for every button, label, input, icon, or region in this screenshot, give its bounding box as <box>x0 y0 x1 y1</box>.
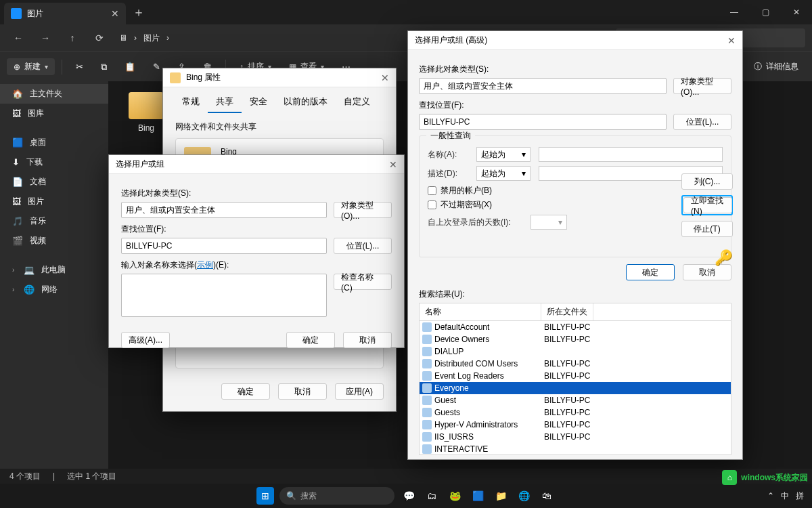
cancel-button[interactable]: 取消 <box>278 383 327 400</box>
col-name[interactable]: 名称 <box>420 303 541 320</box>
paste-button[interactable]: 📋 <box>118 59 142 75</box>
result-row[interactable]: DIALUP <box>420 345 731 358</box>
refresh-button[interactable]: ⟳ <box>88 28 111 48</box>
sidebar-item-thispc[interactable]: ›💻 此电脑 <box>0 260 108 280</box>
sidebar-item-network[interactable]: ›🌐 网络 <box>0 280 108 299</box>
folder-label: Bing <box>138 123 154 133</box>
minimize-button[interactable]: — <box>719 0 750 24</box>
details-button[interactable]: ⓘ 详细信息 <box>747 58 805 75</box>
results-header[interactable]: 名称 所在文件夹 <box>419 303 731 321</box>
name-label: 输入对象名称来选择(示例)(E): <box>121 259 392 271</box>
sidebar-item-desktop[interactable]: 🟦 桌面 <box>0 133 108 152</box>
desc-match-combo[interactable]: 起始为▾ <box>476 166 531 181</box>
close-icon[interactable]: ✕ <box>727 35 736 46</box>
close-icon[interactable]: ✕ <box>389 159 397 170</box>
task-icon[interactable]: 💬 <box>400 487 418 505</box>
object-type-button[interactable]: 对象类型(O)... <box>673 78 731 94</box>
ok-button[interactable]: 确定 <box>221 383 270 400</box>
result-row[interactable]: GuestsBILLYFU-PC <box>420 406 731 419</box>
location-button[interactable]: 位置(L)... <box>334 238 392 254</box>
breadcrumb-item[interactable]: 图片 <box>143 33 160 44</box>
back-button[interactable]: ← <box>7 28 30 48</box>
cut-button[interactable]: ✂ <box>69 59 90 75</box>
results-list[interactable]: DefaultAccountBILLYFU-PCDevice OwnersBIL… <box>419 321 731 455</box>
results-label: 搜索结果(U): <box>419 289 731 300</box>
dialog-titlebar[interactable]: Bing 属性 ✕ <box>163 68 396 87</box>
task-icon[interactable]: 🟦 <box>469 487 487 505</box>
task-icon[interactable]: 🐸 <box>446 487 464 505</box>
window-tab[interactable]: 图片 ✕ <box>4 3 126 24</box>
taskbar-search[interactable]: 🔍 搜索 <box>279 487 394 505</box>
days-combo: ▾ <box>531 215 567 230</box>
sidebar-item-downloads[interactable]: ⬇ 下载 <box>0 152 108 172</box>
close-tab-icon[interactable]: ✕ <box>111 8 119 19</box>
tab-general[interactable]: 常规 <box>174 91 208 113</box>
dialog-titlebar[interactable]: 选择用户或组 (高级) ✕ <box>408 31 742 50</box>
section-heading: 网络文件和文件夹共享 <box>175 121 384 133</box>
name-match-combo[interactable]: 起始为▾ <box>476 147 531 162</box>
object-type-button[interactable]: 对象类型(O)... <box>334 202 392 218</box>
result-row[interactable]: DefaultAccountBILLYFU-PC <box>420 321 731 333</box>
location-input[interactable] <box>419 114 667 130</box>
breadcrumb[interactable]: 🖥 › 图片 › <box>119 33 169 44</box>
explorer-task-icon[interactable]: 📁 <box>492 487 510 505</box>
result-row[interactable]: GuestBILLYFU-PC <box>420 394 731 406</box>
name-label: 名称(A): <box>428 149 468 161</box>
dialog-titlebar[interactable]: 选择用户或组 ✕ <box>109 155 404 174</box>
object-name-input[interactable] <box>121 274 327 317</box>
tab-sharing[interactable]: 共享 <box>208 91 242 113</box>
chevron-up-icon[interactable]: ⌃ <box>767 491 774 501</box>
new-button[interactable]: ⊕ 新建 ▾ <box>7 58 55 75</box>
ok-button[interactable]: 确定 <box>626 264 675 280</box>
result-row[interactable]: Everyone <box>420 382 731 394</box>
result-row[interactable]: Hyper-V AdministratorsBILLYFU-PC <box>420 419 731 431</box>
up-button[interactable]: ↑ <box>61 28 84 48</box>
type-input[interactable] <box>121 202 327 218</box>
name-input[interactable] <box>539 147 723 162</box>
tab-custom[interactable]: 自定义 <box>336 91 378 113</box>
sidebar-item-music[interactable]: 🎵 音乐 <box>0 211 108 231</box>
type-input[interactable] <box>419 78 667 94</box>
store-task-icon[interactable]: 🛍 <box>538 487 556 505</box>
check-names-button[interactable]: 检查名称(C) <box>334 274 392 290</box>
stop-button[interactable]: 停止(T) <box>681 221 733 237</box>
result-row[interactable]: INTERACTIVE <box>420 443 731 455</box>
location-input[interactable] <box>121 238 327 254</box>
sidebar-item-pictures[interactable]: 🖼 图片 <box>0 192 108 211</box>
taskbar[interactable]: ⊞ 🔍 搜索 💬 🗂 🐸 🟦 📁 🌐 🛍 <box>0 484 812 508</box>
edge-task-icon[interactable]: 🌐 <box>515 487 533 505</box>
system-tray[interactable]: ⌃ 中 拼 <box>767 484 804 508</box>
result-row[interactable]: Distributed COM UsersBILLYFU-PC <box>420 358 731 370</box>
result-row[interactable]: Event Log ReadersBILLYFU-PC <box>420 370 731 382</box>
example-link[interactable]: 示例 <box>197 260 213 270</box>
start-button[interactable]: ⊞ <box>256 487 274 505</box>
apply-button[interactable]: 应用(A) <box>335 383 384 400</box>
result-row[interactable]: Device OwnersBILLYFU-PC <box>420 333 731 345</box>
maximize-button[interactable]: ▢ <box>750 0 781 24</box>
tab-security[interactable]: 安全 <box>242 91 275 113</box>
forward-button[interactable]: → <box>34 28 57 48</box>
copy-button[interactable]: ⧉ <box>94 59 114 75</box>
columns-button[interactable]: 列(C)... <box>681 173 733 190</box>
close-icon[interactable]: ✕ <box>381 72 389 83</box>
sidebar-item-documents[interactable]: 📄 文档 <box>0 172 108 192</box>
ime-mode[interactable]: 拼 <box>796 490 804 502</box>
location-button[interactable]: 位置(L)... <box>673 114 731 130</box>
key-icon: 🔑 <box>715 249 733 267</box>
ok-button[interactable]: 确定 <box>286 332 335 348</box>
find-now-button[interactable]: 立即查找(N) <box>683 197 732 213</box>
sidebar-item-gallery[interactable]: 🖼 图库 <box>0 104 108 123</box>
noexpire-checkbox[interactable]: 不过期密码(X) <box>428 199 723 211</box>
ime-indicator[interactable]: 中 <box>781 490 789 502</box>
task-icon[interactable]: 🗂 <box>423 487 441 505</box>
result-row[interactable]: IIS_IUSRSBILLYFU-PC <box>420 431 731 443</box>
new-tab-button[interactable]: ＋ <box>133 4 145 20</box>
advanced-button[interactable]: 高级(A)... <box>121 332 170 348</box>
cancel-button[interactable]: 取消 <box>343 332 392 348</box>
close-button[interactable]: ✕ <box>781 0 812 24</box>
sidebar-item-videos[interactable]: 🎬 视频 <box>0 231 108 251</box>
col-folder[interactable]: 所在文件夹 <box>541 303 593 320</box>
sidebar-item-home[interactable]: 🏠 主文件夹 <box>0 84 108 104</box>
disabled-checkbox[interactable]: 禁用的帐户(B) <box>428 185 723 196</box>
tab-previous[interactable]: 以前的版本 <box>275 91 336 113</box>
